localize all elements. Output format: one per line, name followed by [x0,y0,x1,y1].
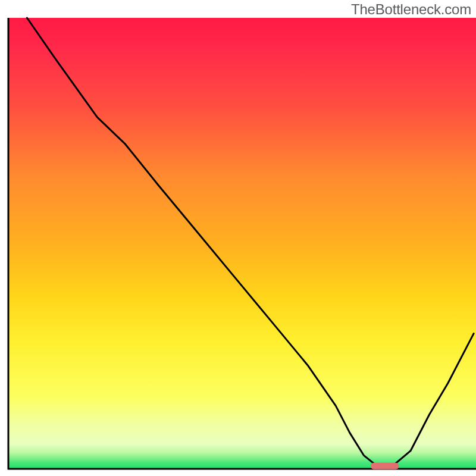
plot-svg [0,0,476,476]
gradient-background [8,18,476,469]
watermark-label: TheBottleneck.com [351,1,471,18]
optimal-marker [371,463,399,469]
bottleneck-chart: TheBottleneck.com [0,0,476,476]
